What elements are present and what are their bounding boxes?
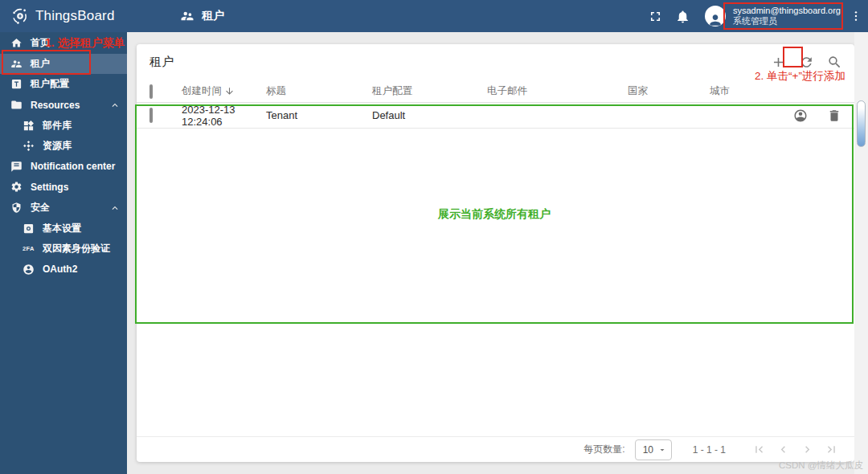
folder-icon [10,99,23,111]
scrollbar-track[interactable] [854,32,868,474]
items-per-page-select[interactable]: 10 [635,439,672,460]
annotation-step1-text: 1. 选择租户菜单 [45,36,125,51]
scrollbar-thumb[interactable] [857,100,866,147]
sidebar-item-label: 部件库 [43,119,72,133]
header-tenant-profile[interactable]: 租户配置 [372,84,487,98]
chevron-up-icon [109,202,121,214]
settings-box-icon [23,223,35,235]
sidebar-item-resources-library[interactable]: 资源库 [0,136,127,157]
sidebar-item-general-settings[interactable]: 基本设置 [0,218,127,239]
first-page-button[interactable] [747,438,771,462]
page-title: 租户 [180,9,224,23]
notification-icon [10,161,23,173]
select-all-checkbox[interactable] [149,84,153,99]
sidebar-item-label: 双因素身份验证 [43,242,110,255]
table-header-row: 创建时间 标题 租户配置 电子邮件 国家 城市 [137,80,854,103]
card-header: 租户 [137,44,854,80]
sidebar-item-label: OAuth2 [43,264,77,275]
logo[interactable]: ThingsBoard [0,6,127,26]
tenants-card: 租户 创建时间 标题 租户配置 电子邮件 国家 城市 2023-12-13 12… [137,44,854,462]
table-row[interactable]: 2023-12-13 12:24:06 Tenant Default [137,103,854,129]
last-page-button[interactable] [819,438,843,462]
sidebar-item-two-factor-auth[interactable]: 2FA 双因素身份验证 [0,239,127,259]
sidebar-item-oauth2[interactable]: OAuth2 [0,259,127,280]
header-created-time[interactable]: 创建时间 [182,84,222,98]
widgets-icon [23,120,35,132]
page-range-label: 1 - 1 - 1 [693,444,726,456]
cell-title: Tenant [266,109,372,121]
next-page-button[interactable] [795,438,819,462]
sidebar: 首页 租户 租户配置 Resources 部件库 资源库 Notificatio… [0,32,127,474]
sidebar-item-label: 租户配置 [31,77,69,91]
oauth2-icon [23,264,35,276]
items-per-page-label: 每页数量: [583,443,624,456]
sidebar-item-label: 资源库 [43,139,72,153]
notifications-bell-button[interactable] [669,2,697,30]
row-checkbox[interactable] [149,108,153,123]
sidebar-item-tenant-profiles[interactable]: 租户配置 [0,74,127,95]
header-city[interactable]: 城市 [710,84,780,98]
sidebar-item-notification-center[interactable]: Notification center [0,157,127,178]
resources-icon [23,140,35,152]
chevron-down-icon [657,445,667,455]
two-factor-icon: 2FA [23,243,35,255]
delete-tenant-button[interactable] [827,108,841,123]
sidebar-item-resources[interactable]: Resources [0,95,127,116]
sidebar-item-security[interactable]: 安全 [0,198,127,219]
fullscreen-button[interactable] [642,2,669,30]
sidebar-item-label: 安全 [31,201,50,215]
tenant-profiles-icon [10,78,23,90]
paginator: 每页数量: 10 1 - 1 - 1 [137,436,854,462]
sidebar-item-label: Notification center [31,161,115,172]
sort-desc-arrow-icon [224,86,235,96]
cell-created-time: 2023-12-13 12:24:06 [182,104,266,128]
topbar: ThingsBoard 租户 sysadmin@thingsboard.org … [0,0,868,32]
thingsboard-logo-icon [10,6,30,26]
sidebar-item-label: Settings [31,182,68,193]
sidebar-item-tenants[interactable]: 租户 [0,54,127,75]
sidebar-item-label: 租户 [31,57,50,71]
user-avatar [705,6,726,27]
sidebar-item-settings[interactable]: Settings [0,177,127,198]
tenants-icon [180,9,194,23]
logo-text: ThingsBoard [35,8,115,24]
manage-tenant-admins-button[interactable] [793,108,808,123]
card-title: 租户 [149,55,174,70]
user-email: sysadmin@thingsboard.org [733,6,841,16]
topbar-actions: sysadmin@thingsboard.org 系统管理员 [642,2,868,30]
shield-icon [10,202,23,214]
chevron-up-icon [109,100,121,111]
gear-icon [10,181,23,193]
kebab-menu-button[interactable] [847,2,865,30]
watermark-text: CSDN @情绪大瓜皮 [779,460,863,472]
header-title[interactable]: 标题 [266,84,372,98]
user-role: 系统管理员 [733,16,841,27]
items-per-page-value: 10 [643,444,653,456]
sidebar-item-label: Resources [31,100,80,111]
sidebar-item-label: 基本设置 [43,222,81,235]
header-email[interactable]: 电子邮件 [487,84,628,98]
previous-page-button[interactable] [771,438,795,462]
page-title-text: 租户 [202,9,224,23]
header-country[interactable]: 国家 [628,84,710,98]
annotation-step2-text: 2. 单击“+”进行添加 [755,69,845,84]
tenants-icon [10,58,23,70]
sidebar-item-widgets-library[interactable]: 部件库 [0,115,127,136]
user-menu[interactable]: sysadmin@thingsboard.org 系统管理员 [697,6,847,27]
cell-tenant-profile: Default [372,109,487,121]
home-icon [10,37,23,49]
